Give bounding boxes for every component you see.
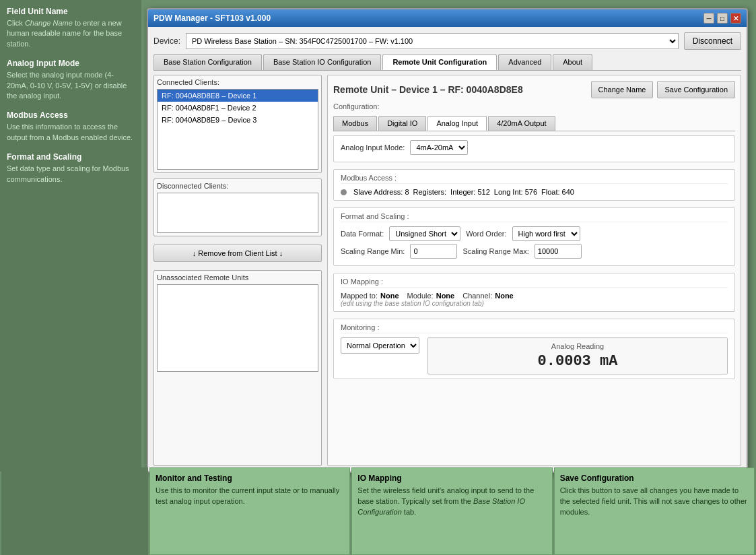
tab-advanced[interactable]: Advanced [498, 54, 551, 70]
channel-value: None [495, 292, 514, 300]
disconnect-button[interactable]: Disconnect [684, 32, 741, 50]
client-item-1[interactable]: RF: 0040A8D8E8 – Device 1 [158, 90, 318, 102]
slave-address: Slave Address: 8 [353, 188, 409, 196]
analog-reading-title: Analog Reading [436, 342, 719, 350]
client-item-3[interactable]: RF: 0040A8D8E9 – Device 3 [158, 114, 318, 126]
tooltip-io-title: IO Mapping [357, 474, 546, 483]
io-mapping-title: IO Mapping : [341, 278, 728, 288]
help-title-1: Field Unit Name [7, 7, 135, 16]
config-tab-analog-input[interactable]: Analog Input [427, 116, 487, 131]
help-text-2: Select the analog input mode (4-20mA, 0-… [7, 70, 135, 101]
title-bar: PDW Manager - SFT103 v1.000 ─ □ ✕ [148, 9, 747, 27]
modbus-access-title: Modbus Access : [341, 174, 728, 184]
format-scaling-title: Format and Scaling : [341, 212, 728, 222]
tab-base-station-config[interactable]: Base Station Configuration [153, 54, 262, 70]
monitoring-inner: Normal Operation Force 4mA Force 20mA An… [341, 337, 728, 374]
data-format-select[interactable]: Unsigned Short Signed Short Long Int Flo… [389, 226, 460, 241]
tooltip-save-title: Save Configuration [560, 474, 749, 483]
scaling-max-input[interactable] [535, 244, 582, 259]
monitoring-title: Monitoring : [341, 323, 728, 333]
tooltip-save-config: Save Configuration Click this button to … [554, 467, 755, 555]
tooltip-save-text: Click this button to save all changes yo… [560, 486, 749, 518]
io-mapping-row: Mapped to: None Module: None Channel: No… [341, 292, 728, 300]
monitoring-mode-select[interactable]: Normal Operation Force 4mA Force 20mA [341, 337, 419, 354]
channel-label: Channel: [462, 292, 492, 300]
analog-input-mode-label: Analog Input Mode: [341, 143, 405, 152]
mapped-to-label: Mapped to: [341, 292, 378, 300]
module-label: Module: [407, 292, 434, 300]
save-configuration-button[interactable]: Save Configuration [657, 81, 735, 98]
unassociated-box: Unassociated Remote Units [153, 270, 322, 466]
tooltip-monitor-text: Use this to monitor the current input st… [156, 486, 344, 507]
integer-register: Integer: 512 [450, 188, 490, 196]
help-title-3: Modbus Access [7, 110, 135, 120]
disconnected-list [157, 193, 318, 233]
help-panel: Field Unit Name Click Change Name to ent… [0, 0, 141, 471]
help-text-3: Use this information to access the outpu… [7, 122, 135, 143]
modbus-status-dot [341, 189, 347, 195]
disconnected-clients-box: Disconnected Clients: [153, 178, 322, 236]
client-list[interactable]: RF: 0040A8D8E8 – Device 1 RF: 0040A8D8F1… [157, 89, 318, 170]
device-label: Device: [153, 36, 180, 46]
analog-input-mode-select[interactable]: 4mA-20mA 0-10V 0-5V 1-5V Disabled [410, 140, 468, 155]
close-button[interactable]: ✕ [730, 13, 741, 24]
tooltip-area: Monitor and Testing Use this to monitor … [0, 467, 756, 555]
remove-from-client-list-button[interactable]: ↓ Remove from Client List ↓ [153, 244, 322, 262]
float-register: Float: 640 [541, 188, 574, 196]
change-name-button[interactable]: Change Name [591, 81, 654, 98]
config-tabs: Modbus Digital IO Analog Input 4/20mA Ou… [333, 116, 735, 131]
tab-about[interactable]: About [553, 54, 592, 70]
modbus-info-row: Slave Address: 8 Registers: Integer: 512… [341, 188, 728, 196]
help-section-1: Field Unit Name Click Change Name to ent… [7, 7, 135, 49]
help-text-1: Click Change Name to enter a new human r… [7, 18, 135, 49]
scaling-min-input[interactable] [410, 244, 457, 259]
device-select[interactable]: PD Wireless Base Station – SN: 354F0C472… [186, 33, 679, 49]
help-text-4: Set data type and scaling for Modbus com… [7, 164, 135, 185]
main-window: PDW Manager - SFT103 v1.000 ─ □ ✕ Device… [147, 8, 748, 473]
help-section-4: Format and Scaling Set data type and sca… [7, 152, 135, 185]
config-tab-modbus[interactable]: Modbus [333, 116, 377, 131]
io-mapping-section: IO Mapping : Mapped to: None Module: Non… [333, 273, 735, 312]
remote-unit-title: Remote Unit – Device 1 – RF: 0040A8D8E8 [333, 84, 523, 95]
client-item-2[interactable]: RF: 0040A8D8F1 – Device 2 [158, 102, 318, 114]
config-tab-4-20ma-output[interactable]: 4/20mA Output [488, 116, 555, 131]
format-scaling-section: Format and Scaling : Data Format: Unsign… [333, 207, 735, 266]
mapped-to-group: Mapped to: None [341, 292, 399, 300]
scaling-row: Scaling Range Min: Scaling Range Max: [341, 244, 728, 259]
connected-clients-label: Connected Clients: [157, 78, 318, 86]
connected-clients-box: Connected Clients: RF: 0040A8D8E8 – Devi… [153, 75, 322, 173]
help-title-4: Format and Scaling [7, 152, 135, 162]
unassociated-label: Unassociated Remote Units [157, 273, 318, 282]
tooltip-io-mapping: IO Mapping Set the wireless field unit's… [351, 467, 552, 555]
help-section-3: Modbus Access Use this information to ac… [7, 110, 135, 143]
analog-reading-value: 0.0003 mA [436, 353, 719, 370]
tooltip-monitor-testing: Monitor and Testing Use this to monitor … [149, 467, 350, 555]
monitoring-section: Monitoring : Normal Operation Force 4mA … [333, 319, 735, 379]
title-bar-controls: ─ □ ✕ [703, 13, 741, 24]
module-group: Module: None [407, 292, 455, 300]
analog-input-mode-row: Analog Input Mode: 4mA-20mA 0-10V 0-5V 1… [341, 140, 728, 155]
tab-remote-unit-config[interactable]: Remote Unit Configuration [382, 54, 497, 70]
left-panel: Connected Clients: RF: 0040A8D8E8 – Devi… [153, 75, 322, 466]
configuration-label: Configuration: [333, 102, 735, 110]
word-order-label: Word Order: [466, 230, 506, 238]
tabs-bar: Base Station Configuration Base Station … [153, 54, 741, 71]
data-format-label: Data Format: [341, 230, 384, 238]
device-row: Device: PD Wireless Base Station – SN: 3… [153, 32, 741, 50]
help-title-2: Analog Input Mode [7, 59, 135, 68]
maximize-button[interactable]: □ [717, 13, 728, 24]
analog-reading-box: Analog Reading 0.0003 mA [427, 337, 728, 374]
remote-title-row: Remote Unit – Device 1 – RF: 0040A8D8E8 … [333, 81, 735, 98]
modbus-access-section: Modbus Access : Slave Address: 8 Registe… [333, 169, 735, 201]
minimize-button[interactable]: ─ [703, 13, 714, 24]
config-tab-digital-io[interactable]: Digital IO [378, 116, 426, 131]
long-int-register: Long Int: 576 [494, 188, 537, 196]
window-content: Device: PD Wireless Base Station – SN: 3… [148, 27, 747, 471]
mapped-to-value: None [380, 292, 399, 300]
tab-base-station-io-config[interactable]: Base Station IO Configuration [263, 54, 382, 70]
data-format-row: Data Format: Unsigned Short Signed Short… [341, 226, 728, 241]
disconnected-clients-label: Disconnected Clients: [157, 182, 318, 190]
unassociated-list [157, 284, 318, 372]
word-order-select[interactable]: High word first Low word first [512, 226, 580, 241]
tooltip-io-text: Set the wireless field unit's analog inp… [357, 486, 546, 518]
